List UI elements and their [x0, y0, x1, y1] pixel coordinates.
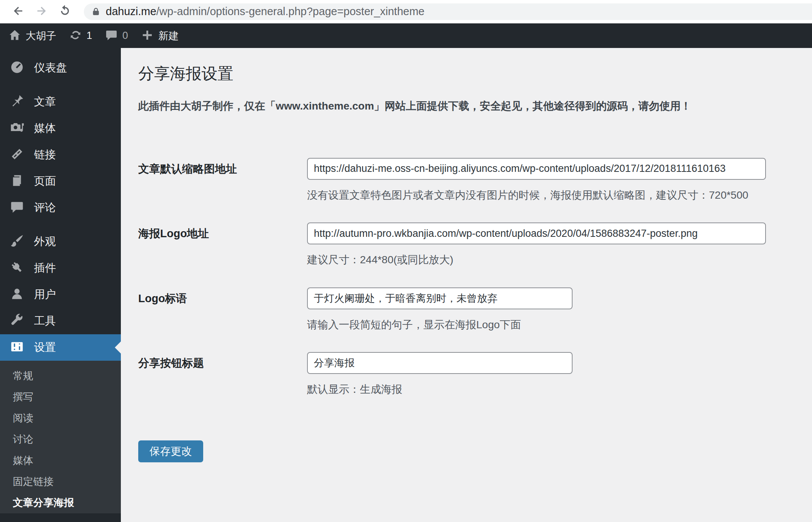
plugin-notice: 此插件由大胡子制作，仅在「www.xintheme.com」网站上面提供下载，安… [138, 98, 797, 114]
page-title: 分享海报设置 [138, 64, 797, 84]
url-text: dahuzi.me/wp-admin/options-general.php?p… [106, 5, 425, 18]
submenu-item-permalinks[interactable]: 固定链接 [0, 471, 121, 492]
form-row-logo-url: 海报Logo地址 建议尺寸：244*80(或同比放大) [138, 222, 797, 266]
sidebar-label: 工具 [34, 314, 56, 329]
field-cell: 没有设置文章特色图片或者文章内没有图片的时候，海报使用默认缩略图，建议尺寸：72… [307, 158, 797, 202]
sidebar-label: 文章 [34, 94, 56, 110]
field-cell: 默认显示：生成海报 [307, 352, 797, 396]
browser-forward-button[interactable] [33, 3, 50, 20]
sidebar-item-comments[interactable]: 评论 [0, 195, 121, 221]
url-path: /wp-admin/options-general.php?page=poste… [156, 5, 425, 17]
reload-icon [59, 5, 71, 18]
submenu-item-discussion[interactable]: 讨论 [0, 429, 121, 450]
sidebar-item-users[interactable]: 用户 [0, 281, 121, 308]
sidebar-label: 链接 [34, 147, 56, 162]
admin-bar-site-link[interactable]: 大胡子 [8, 29, 56, 43]
admin-bar-comments[interactable]: 0 [105, 29, 128, 43]
screen: dahuzi.me/wp-admin/options-general.php?p… [0, 0, 812, 522]
submenu-label: 常规 [13, 369, 33, 383]
field-label: 文章默认缩略图地址 [138, 158, 307, 202]
form-row-share-button-title: 分享按钮标题 默认显示：生成海报 [138, 352, 797, 396]
menu-separator [0, 221, 121, 229]
sidebar-label: 用户 [34, 287, 56, 302]
submenu-label: 讨论 [13, 432, 33, 446]
workspace: 仪表盘 文章 媒体 链接 页面 评论 [0, 48, 812, 522]
plug-icon [10, 260, 24, 276]
poster-settings-form: 文章默认缩略图地址 没有设置文章特色图片或者文章内没有图片的时候，海报使用默认缩… [138, 158, 797, 462]
sidebar-label: 页面 [34, 174, 56, 189]
sidebar-item-media[interactable]: 媒体 [0, 115, 121, 142]
menu-separator [0, 81, 121, 89]
browser-toolbar: dahuzi.me/wp-admin/options-general.php?p… [0, 0, 812, 23]
submenu-item-writing[interactable]: 撰写 [0, 386, 121, 408]
site-name: 大胡子 [26, 29, 56, 43]
admin-sidebar: 仪表盘 文章 媒体 链接 页面 评论 [0, 48, 121, 522]
forward-arrow-icon [36, 5, 48, 18]
updates-icon [69, 29, 82, 43]
url-host: dahuzi.me [106, 5, 156, 17]
update-count: 1 [86, 30, 92, 42]
sidebar-item-settings[interactable]: 设置 [0, 334, 121, 361]
field-helper: 请输入一段简短的句子，显示在海报Logo下面 [307, 318, 797, 331]
user-icon [10, 287, 24, 303]
settings-submenu: 常规 撰写 阅读 讨论 媒体 固定链接 文章分享海报 [0, 361, 121, 513]
sidebar-item-dashboard[interactable]: 仪表盘 [0, 55, 121, 81]
field-helper: 建议尺寸：244*80(或同比放大) [307, 253, 797, 266]
home-icon [8, 29, 21, 43]
sidebar-label: 设置 [34, 340, 56, 355]
settings-page: 分享海报设置 此插件由大胡子制作，仅在「www.xintheme.com」网站上… [121, 48, 812, 522]
submenu-label: 撰写 [13, 390, 33, 404]
sidebar-item-pages[interactable]: 页面 [0, 168, 121, 195]
dashboard-gauge-icon [10, 60, 24, 76]
new-label: 新建 [158, 29, 179, 43]
sidebar-label: 仪表盘 [34, 60, 67, 76]
sidebar-top-spacer [0, 48, 121, 55]
sidebar-item-appearance[interactable]: 外观 [0, 229, 121, 255]
wrench-icon [10, 313, 24, 329]
save-changes-button[interactable]: 保存更改 [138, 440, 203, 462]
logo-slogan-input[interactable] [307, 287, 573, 309]
field-label: 分享按钮标题 [138, 352, 307, 396]
back-arrow-icon [12, 5, 24, 18]
browser-reload-button[interactable] [57, 3, 73, 20]
admin-bar-new[interactable]: 新建 [141, 29, 179, 43]
submenu-item-poster[interactable]: 文章分享海报 [0, 492, 121, 513]
lock-icon [91, 7, 106, 16]
sidebar-item-links[interactable]: 链接 [0, 142, 121, 168]
submenu-label: 固定链接 [13, 475, 54, 488]
field-label: 海报Logo地址 [138, 222, 307, 266]
browser-back-button[interactable] [10, 3, 26, 20]
field-cell: 建议尺寸：244*80(或同比放大) [307, 222, 797, 266]
field-label: Logo标语 [138, 287, 307, 331]
sidebar-item-plugins[interactable]: 插件 [0, 255, 121, 281]
sidebar-label: 评论 [34, 200, 56, 215]
comment-count: 0 [122, 30, 128, 42]
field-cell: 请输入一段简短的句子，显示在海报Logo下面 [307, 287, 797, 331]
admin-bar-updates[interactable]: 1 [69, 29, 92, 43]
form-row-thumbnail-url: 文章默认缩略图地址 没有设置文章特色图片或者文章内没有图片的时候，海报使用默认缩… [138, 158, 797, 202]
submenu-label: 媒体 [13, 454, 33, 467]
submenu-item-reading[interactable]: 阅读 [0, 408, 121, 429]
form-row-logo-slogan: Logo标语 请输入一段简短的句子，显示在海报Logo下面 [138, 287, 797, 331]
share-button-title-input[interactable] [307, 352, 573, 374]
sidebar-label: 插件 [34, 261, 56, 276]
submenu-item-media[interactable]: 媒体 [0, 450, 121, 471]
sidebar-item-tools[interactable]: 工具 [0, 308, 121, 334]
thumbnail-url-input[interactable] [307, 158, 766, 180]
comment-bubble-icon [10, 200, 24, 216]
chain-link-icon [10, 147, 24, 163]
settings-sliders-icon [10, 340, 24, 355]
pages-icon [10, 173, 24, 189]
comments-bubble-icon [105, 29, 118, 43]
address-bar[interactable]: dahuzi.me/wp-admin/options-general.php?p… [84, 3, 812, 20]
sidebar-label: 媒体 [34, 121, 56, 136]
logo-url-input[interactable] [307, 222, 766, 244]
submenu-label: 文章分享海报 [13, 496, 74, 510]
sidebar-item-posts[interactable]: 文章 [0, 89, 121, 115]
field-helper: 默认显示：生成海报 [307, 383, 797, 396]
paintbrush-icon [10, 234, 24, 250]
submenu-item-general[interactable]: 常规 [0, 365, 121, 386]
wp-admin-bar: 大胡子 1 0 新建 [0, 23, 812, 48]
media-camera-icon [10, 120, 24, 136]
sidebar-label: 外观 [34, 234, 56, 249]
